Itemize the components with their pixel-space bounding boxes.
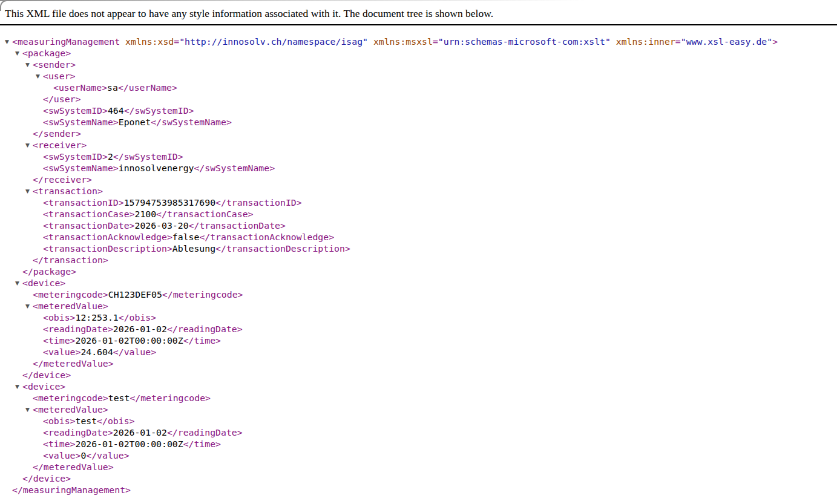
xml-tree-line: <swSystemID>2</swSystemID> (0, 151, 837, 162)
xml-tree-line: ▼<package> (0, 47, 837, 59)
xml-closing-tag: </swSystemID> (124, 105, 194, 116)
xml-text-value: 12:253.1 (75, 312, 118, 322)
xml-closing-tag: </swSystemName> (194, 163, 275, 173)
xml-tree-line: <value>24.604</value> (0, 346, 837, 358)
xml-closing-tag: </time> (183, 439, 221, 449)
xml-closing-tag: </swSystemID> (113, 151, 183, 162)
xml-opening-tag-end: > (113, 117, 119, 127)
xml-tree-line: <time>2026-01-02T00:00:00Z</time> (0, 438, 837, 450)
xml-attribute-name: xmlns:inner (611, 36, 675, 47)
xml-text-value: CH123DEF05 (108, 289, 162, 299)
xml-closing-tag: </transactionDescription> (215, 243, 350, 254)
xml-text-value: innosolvenergy (119, 163, 194, 173)
xml-attribute-equals: = (433, 36, 438, 47)
xml-opening-tag-end: > (103, 289, 108, 299)
xml-opening-tag-end: > (108, 427, 113, 437)
xml-opening-tag: <userName (53, 82, 102, 93)
xml-closing-tag: </swSystemName> (151, 117, 232, 127)
xml-attribute-name: xmlns:msxsl (368, 36, 433, 47)
xml-opening-tag-end: > (167, 232, 172, 242)
collapse-arrow-icon[interactable]: ▼ (15, 48, 22, 59)
xml-text-value: 2026-01-02T00:00:00Z (75, 439, 183, 449)
xml-opening-tag-end: > (103, 404, 108, 414)
xml-tree-line: <userName>sa</userName> (0, 82, 837, 93)
xml-text-value: 15794753985317690 (124, 197, 215, 208)
xml-text-value: false (172, 232, 200, 242)
xml-tree: ▼<measuringManagement xmlns:xsd="http://… (0, 25, 837, 499)
xml-tree-line: </transaction> (0, 254, 837, 266)
xml-opening-tag: <time (43, 335, 70, 345)
xml-tree-line: ▼<device> (0, 277, 837, 289)
xml-tree-line: <value>0</value> (0, 450, 837, 461)
xml-opening-tag: <transaction (33, 186, 97, 196)
xml-tree-line: </meteredValue> (0, 461, 837, 473)
xml-tree-line: <transactionID>15794753985317690</transa… (0, 197, 837, 208)
xml-opening-tag-end: > (102, 82, 107, 93)
collapse-arrow-icon[interactable]: ▼ (25, 186, 33, 197)
xml-opening-tag-end: > (167, 243, 172, 254)
xml-closing-tag: </device> (22, 473, 71, 483)
xml-tree-line: ▼<receiver> (0, 139, 837, 151)
xml-text-value: Ablesung (172, 243, 215, 254)
xml-tree-line: <obis>test</obis> (0, 415, 837, 427)
xml-tree-line: </device> (0, 473, 837, 484)
xml-closing-tag: </sender> (33, 128, 81, 139)
xml-opening-tag: <device (22, 278, 60, 288)
xml-closing-tag: </obis> (97, 416, 134, 426)
collapse-arrow-icon[interactable]: ▼ (25, 140, 33, 151)
xml-opening-tag: <meteringcode (33, 289, 103, 299)
collapse-arrow-icon[interactable]: ▼ (15, 278, 22, 289)
xml-opening-tag: <measuringManagement (12, 36, 120, 47)
xml-closing-tag: </transactionCase> (156, 209, 253, 219)
xml-opening-tag-end: > (108, 324, 113, 334)
xml-tree-line: ▼<transaction> (0, 185, 837, 197)
xml-text-value: 2 (108, 151, 113, 162)
xml-tree-line: ▼<measuringManagement xmlns:xsd="http://… (0, 36, 837, 47)
xml-closing-tag: </device> (22, 370, 71, 380)
xml-opening-tag-end: > (60, 381, 65, 391)
xml-tree-line: <transactionCase>2100</transactionCase> (0, 208, 837, 220)
xml-opening-tag: <time (43, 439, 70, 449)
xml-opening-tag: <swSystemName (43, 163, 113, 173)
xml-closing-tag: </readingDate> (167, 324, 243, 334)
xml-tree-line: <time>2026-01-02T00:00:00Z</time> (0, 335, 837, 346)
xml-closing-tag: </value> (86, 450, 129, 460)
xml-text-value: Eponet (119, 117, 151, 127)
xml-closing-tag: </receiver> (33, 174, 92, 185)
xml-opening-tag: <meteredValue (33, 404, 103, 414)
xml-attribute-value: "http://innosolv.ch/namespace/isag" (179, 36, 368, 47)
xml-opening-tag: <device (22, 381, 60, 391)
xml-text-value: 24.604 (80, 347, 113, 357)
xml-closing-tag: </transaction> (33, 255, 108, 265)
collapse-arrow-icon[interactable]: ▼ (36, 71, 43, 82)
xml-tree-line: </user> (0, 93, 837, 105)
collapse-arrow-icon[interactable]: ▼ (5, 36, 12, 48)
xml-opening-tag-end: > (113, 163, 119, 173)
collapse-arrow-icon[interactable]: ▼ (25, 404, 33, 416)
collapse-arrow-icon[interactable]: ▼ (25, 59, 33, 71)
xml-closing-tag: </readingDate> (167, 427, 243, 437)
no-style-info-message: This XML file does not appear to have an… (5, 7, 493, 19)
collapse-arrow-icon[interactable]: ▼ (25, 301, 33, 312)
xml-closing-tag: </transactionAcknowledge> (199, 232, 334, 242)
xml-closing-tag: </package> (22, 266, 76, 277)
xml-text-value: test (108, 393, 130, 403)
xml-text-value: test (75, 416, 97, 426)
xml-opening-tag: <user (43, 71, 70, 81)
xml-opening-tag-end: > (103, 393, 108, 403)
xml-opening-tag: <transactionID (43, 197, 119, 208)
xml-opening-tag-end: > (772, 36, 778, 47)
xml-text-value: 0 (80, 450, 86, 460)
xml-tree-line: </measuringManagement> (0, 484, 837, 496)
xml-closing-tag: </userName> (118, 82, 177, 93)
xml-opening-tag: <transactionDescription (43, 243, 167, 254)
xml-tree-line: <readingDate>2026-01-02</readingDate> (0, 323, 837, 335)
xml-opening-tag: <value (43, 347, 75, 357)
xml-closing-tag: </measuringManagement> (12, 485, 131, 495)
xml-tree-line: <swSystemID>464</swSystemID> (0, 105, 837, 116)
xml-opening-tag: <meteringcode (33, 393, 103, 403)
collapse-arrow-icon[interactable]: ▼ (15, 381, 22, 393)
xml-tree-line: <meteringcode>CH123DEF05</meteringcode> (0, 289, 837, 300)
xml-opening-tag: <swSystemID (43, 151, 102, 162)
xml-opening-tag-end: > (97, 186, 103, 196)
